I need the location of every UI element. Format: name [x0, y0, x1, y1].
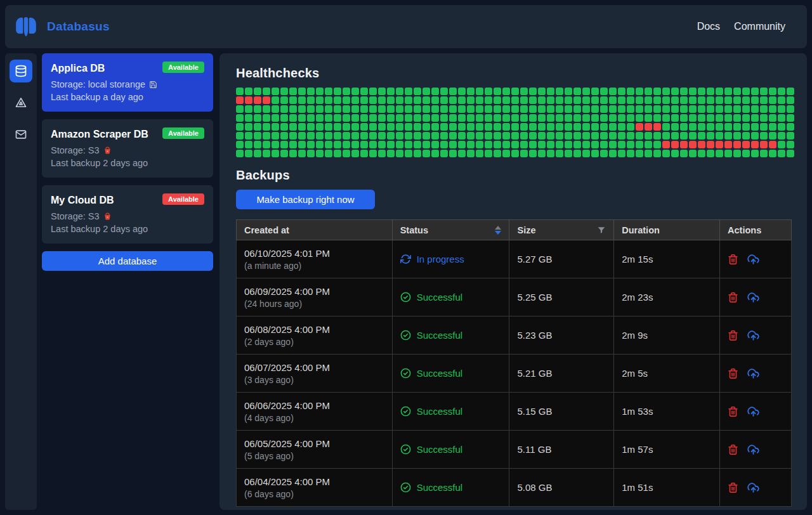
healthcheck-cell	[245, 141, 252, 148]
healthcheck-cell	[316, 88, 324, 95]
healthcheck-cell	[449, 141, 457, 148]
nav-link-docs[interactable]: Docs	[697, 21, 720, 32]
healthcheck-cell	[760, 105, 768, 113]
healthcheck-cell	[369, 96, 377, 104]
healthcheck-cell	[307, 132, 315, 140]
healthcheck-cell	[245, 150, 252, 157]
healthcheck-cell	[627, 123, 634, 131]
healthcheck-cell	[627, 132, 634, 140]
healthcheck-cell	[591, 141, 599, 148]
healthcheck-cell	[733, 105, 741, 113]
restore-backup-button[interactable]	[747, 368, 759, 379]
healthcheck-cell	[405, 105, 412, 113]
healthcheck-cell	[511, 88, 519, 95]
db-card-my-cloud[interactable]: My Cloud DB Available Storage: S3 Last b…	[42, 185, 213, 244]
restore-backup-button[interactable]	[747, 292, 759, 303]
restore-backup-button[interactable]	[747, 444, 759, 455]
delete-backup-button[interactable]	[728, 444, 738, 455]
rail-item-databases[interactable]	[10, 60, 32, 82]
healthcheck-cell	[387, 123, 395, 131]
healthcheck-cell	[236, 150, 244, 157]
db-name: Applica DB	[51, 62, 105, 74]
delete-backup-button[interactable]	[728, 406, 738, 417]
restore-backup-button[interactable]	[747, 330, 759, 341]
healthcheck-cell	[387, 88, 395, 95]
table-row: 06/05/2025 4:00 PM (5 days ago) Successf…	[237, 431, 792, 469]
backup-size: 5.21 GB	[509, 355, 614, 393]
healthcheck-cell	[414, 132, 421, 140]
healthcheck-cell	[272, 88, 279, 95]
healthcheck-cell	[618, 88, 625, 95]
healthcheck-cell	[636, 88, 643, 95]
healthcheck-cell	[529, 105, 537, 113]
healthcheck-cell	[449, 105, 457, 113]
healthcheck-cell	[653, 123, 661, 131]
healthcheck-cell	[334, 132, 341, 140]
col-header-status: Status	[392, 220, 509, 240]
healthcheck-cell	[680, 141, 688, 148]
restore-backup-button[interactable]	[747, 406, 759, 417]
healthcheck-cell	[733, 88, 741, 95]
healthcheck-cell	[600, 88, 608, 95]
healthcheck-cell	[236, 123, 244, 131]
healthcheck-cell	[360, 150, 368, 157]
table-row: 06/09/2025 4:00 PM (24 hours ago) Succes…	[237, 278, 792, 316]
healthcheck-cell	[511, 132, 519, 140]
delete-backup-button[interactable]	[728, 482, 738, 493]
healthcheck-cell	[245, 88, 252, 95]
healthcheck-cell	[458, 88, 466, 95]
rail-item-mail[interactable]	[10, 123, 32, 146]
healthcheck-cell	[529, 150, 537, 157]
delete-backup-button[interactable]	[728, 292, 738, 303]
restore-backup-button[interactable]	[747, 254, 759, 265]
healthcheck-cell	[343, 114, 350, 122]
healthcheck-cell	[334, 105, 341, 113]
rail-item-drive[interactable]	[10, 91, 32, 114]
healthcheck-cell	[511, 114, 519, 122]
healthcheck-cell	[645, 105, 652, 113]
add-database-button[interactable]: Add database	[42, 251, 213, 271]
main-panel: Healthchecks Backups Make backup right n…	[219, 53, 807, 510]
healthcheck-cell	[254, 114, 261, 122]
healthcheck-cell	[334, 141, 341, 148]
healthcheck-cell	[645, 141, 652, 148]
healthcheck-cell	[556, 114, 563, 122]
healthcheck-cell	[573, 132, 581, 140]
healthcheck-cell	[467, 96, 475, 104]
delete-backup-button[interactable]	[728, 254, 738, 265]
healthcheck-cell	[494, 88, 501, 95]
brand-home-link[interactable]: Databasus	[14, 14, 110, 39]
healthcheck-cell	[422, 96, 430, 104]
filter-icon[interactable]	[597, 226, 606, 235]
sort-icon[interactable]	[495, 226, 501, 235]
nav-link-community[interactable]: Community	[734, 21, 785, 32]
healthcheck-cell	[707, 141, 714, 148]
healthcheck-cell	[520, 132, 528, 140]
healthcheck-cell	[325, 88, 332, 95]
delete-backup-button[interactable]	[728, 368, 738, 379]
healthcheck-cell	[520, 114, 528, 122]
healthcheck-grid	[236, 88, 792, 157]
healthcheck-cell	[502, 96, 510, 104]
status-successful: Successful	[400, 368, 502, 379]
healthcheck-cell	[662, 96, 670, 104]
healthcheck-cell	[343, 150, 350, 157]
healthcheck-cell	[236, 88, 244, 95]
healthcheck-cell	[573, 114, 581, 122]
healthcheck-cell	[538, 88, 546, 95]
healthcheck-cell	[280, 132, 288, 140]
healthcheck-cell	[458, 96, 466, 104]
healthcheck-cell	[787, 96, 794, 104]
healthcheck-cell	[494, 150, 501, 157]
healthcheck-cell	[325, 150, 332, 157]
healthcheck-cell	[494, 105, 501, 113]
db-card-amazon-scraper[interactable]: Amazon Scraper DB Available Storage: S3 …	[42, 119, 213, 178]
delete-backup-button[interactable]	[728, 330, 738, 341]
healthcheck-cell	[724, 150, 732, 157]
trash-icon	[728, 368, 738, 379]
healthcheck-cell	[316, 105, 324, 113]
healthcheck-cell	[618, 141, 625, 148]
make-backup-button[interactable]: Make backup right now	[236, 190, 375, 209]
restore-backup-button[interactable]	[747, 482, 759, 493]
db-card-applica[interactable]: Applica DB Available Storage: local stor…	[42, 53, 213, 112]
